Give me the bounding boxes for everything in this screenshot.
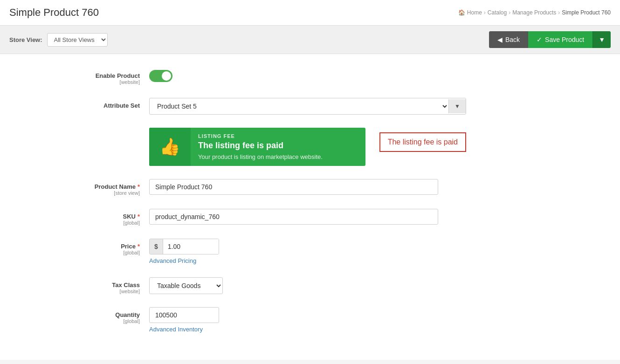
attribute-set-label: Attribute Set	[103, 102, 140, 109]
breadcrumb-catalog[interactable]: Catalog	[488, 9, 507, 16]
sku-row: SKU* [global]	[47, 209, 611, 226]
price-sub: [global]	[47, 250, 140, 255]
attribute-set-caret-icon: ▼	[455, 103, 460, 110]
advanced-pricing-link[interactable]: Advanced Pricing	[149, 257, 196, 264]
sku-label-col: SKU* [global]	[47, 209, 149, 226]
price-control: $ Advanced Pricing	[149, 239, 466, 264]
main-content: Enable Product [website] Attribute Set P…	[0, 54, 620, 360]
tax-class-control: Taxable Goods None	[149, 277, 466, 294]
toolbar: Store View: All Store Views ◀ Back ✓ Sav…	[0, 26, 620, 54]
breadcrumb-sep-1: ›	[484, 9, 486, 16]
save-dropdown-caret-icon: ▼	[599, 36, 605, 43]
price-required: *	[138, 243, 140, 250]
attribute-set-row: Attribute Set Product Set 5 ▼	[47, 98, 611, 115]
product-name-label-col: Product Name* [store view]	[47, 179, 149, 196]
store-view-select[interactable]: All Store Views	[47, 33, 108, 47]
page-title: Simple Product 760	[9, 7, 99, 19]
sku-label: SKU*	[123, 213, 140, 220]
breadcrumb-sep-2: ›	[509, 9, 510, 16]
price-input[interactable]	[163, 239, 219, 254]
price-row: Price* [global] $ Advanced Pricing	[47, 239, 611, 264]
breadcrumb-home[interactable]: Home	[467, 9, 482, 16]
product-name-required: *	[138, 183, 140, 190]
enable-product-label: Enable Product	[96, 72, 140, 79]
listing-fee-row: 👍 LISTING FEE The listing fee is paid Yo…	[47, 128, 611, 166]
breadcrumb-current: Simple Product 760	[562, 9, 611, 16]
enable-product-toggle[interactable]	[149, 70, 172, 82]
toolbar-buttons: ◀ Back ✓ Save Product ▼	[489, 31, 611, 48]
page-header: Simple Product 760 🏠 Home › Catalog › Ma…	[0, 0, 620, 26]
sku-control	[149, 209, 466, 225]
listing-fee-with-annotation: 👍 LISTING FEE The listing fee is paid Yo…	[149, 128, 466, 166]
listing-fee-desc: Your product is listing on marketplace w…	[198, 153, 358, 160]
save-product-dropdown-button[interactable]: ▼	[592, 31, 611, 48]
breadcrumb-home-icon: 🏠	[458, 9, 465, 16]
product-name-control	[149, 179, 466, 195]
quantity-label: Quantity	[115, 311, 140, 318]
attribute-set-control: Product Set 5 ▼	[149, 98, 466, 115]
sku-required: *	[138, 213, 140, 220]
enable-product-sub: [website]	[47, 79, 140, 85]
breadcrumb-sep-3: ›	[558, 9, 560, 16]
price-currency-symbol: $	[150, 239, 163, 254]
back-button[interactable]: ◀ Back	[489, 31, 528, 48]
product-name-input[interactable]	[149, 179, 438, 195]
thumbs-up-icon: 👍	[159, 137, 180, 157]
back-icon: ◀	[497, 36, 503, 43]
quantity-control: Advanced Inventory	[149, 307, 466, 333]
listing-fee-banner: 👍 LISTING FEE The listing fee is paid Yo…	[149, 128, 365, 166]
store-view-container: Store View: All Store Views	[9, 33, 108, 47]
product-name-label: Product Name*	[95, 183, 140, 190]
price-label: Price*	[121, 243, 140, 250]
breadcrumb: 🏠 Home › Catalog › Manage Products › Sim…	[458, 9, 611, 16]
quantity-row: Quantity [global] Advanced Inventory	[47, 307, 611, 333]
price-input-wrapper: $	[149, 239, 219, 254]
quantity-input[interactable]	[149, 307, 219, 323]
listing-fee-icon-col: 👍	[149, 128, 191, 166]
listing-fee-section-label: LISTING FEE	[198, 133, 358, 139]
attribute-set-select[interactable]: Product Set 5	[150, 98, 448, 114]
tax-class-row: Tax Class [website] Taxable Goods None	[47, 277, 611, 294]
price-label-col: Price* [global]	[47, 239, 149, 255]
listing-fee-annotation: The listing fee is paid	[379, 132, 466, 152]
quantity-label-col: Quantity [global]	[47, 307, 149, 324]
enable-product-label-col: Enable Product [website]	[47, 68, 149, 85]
tax-class-label-col: Tax Class [website]	[47, 277, 149, 294]
attribute-set-dropdown-button[interactable]: ▼	[448, 99, 466, 113]
save-label: Save Product	[545, 36, 584, 43]
attribute-set-label-col: Attribute Set	[47, 98, 149, 109]
product-name-row: Product Name* [store view]	[47, 179, 611, 196]
quantity-sub: [global]	[47, 318, 140, 324]
listing-fee-content: LISTING FEE The listing fee is paid Your…	[191, 128, 365, 166]
enable-product-control	[149, 68, 466, 82]
listing-fee-title: The listing fee is paid	[198, 141, 358, 151]
advanced-inventory-link[interactable]: Advanced Inventory	[149, 326, 203, 333]
save-product-button[interactable]: ✓ Save Product	[528, 31, 592, 48]
listing-fee-label-col	[47, 128, 149, 131]
back-label: Back	[505, 36, 520, 43]
save-check-icon: ✓	[537, 36, 542, 43]
sku-sub: [global]	[47, 220, 140, 226]
product-name-sub: [store view]	[47, 190, 140, 196]
store-view-label: Store View:	[9, 36, 42, 43]
tax-class-sub: [website]	[47, 288, 140, 294]
toggle-slider	[149, 70, 172, 82]
listing-fee-control: 👍 LISTING FEE The listing fee is paid Yo…	[149, 128, 466, 166]
tax-class-select[interactable]: Taxable Goods None	[149, 277, 223, 294]
breadcrumb-manage-products[interactable]: Manage Products	[512, 9, 556, 16]
enable-product-row: Enable Product [website]	[47, 68, 611, 85]
tax-class-label: Tax Class	[112, 282, 140, 288]
attribute-set-select-wrapper: Product Set 5 ▼	[149, 98, 466, 115]
sku-input[interactable]	[149, 209, 438, 225]
